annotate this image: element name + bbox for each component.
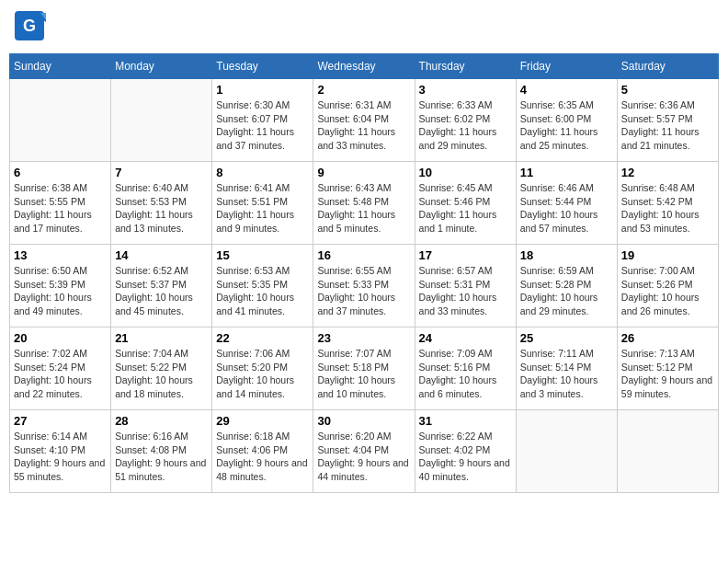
day-number: 26 bbox=[621, 331, 714, 345]
day-number: 25 bbox=[520, 331, 613, 345]
day-number: 22 bbox=[216, 331, 309, 345]
day-number: 29 bbox=[216, 414, 309, 428]
day-number: 1 bbox=[216, 83, 309, 97]
day-info: Sunrise: 7:04 AM Sunset: 5:22 PM Dayligh… bbox=[115, 347, 208, 401]
day-info: Sunrise: 7:11 AM Sunset: 5:14 PM Dayligh… bbox=[520, 347, 613, 401]
weekday-header-saturday: Saturday bbox=[617, 54, 718, 79]
day-number: 10 bbox=[419, 166, 512, 179]
day-info: Sunrise: 6:46 AM Sunset: 5:44 PM Dayligh… bbox=[520, 181, 613, 236]
day-info: Sunrise: 6:50 AM Sunset: 5:39 PM Dayligh… bbox=[14, 264, 107, 318]
calendar-cell: 22Sunrise: 7:06 AM Sunset: 5:20 PM Dayli… bbox=[212, 327, 313, 410]
day-info: Sunrise: 6:36 AM Sunset: 5:57 PM Dayligh… bbox=[621, 98, 714, 153]
calendar-cell: 16Sunrise: 6:55 AM Sunset: 5:33 PM Dayli… bbox=[313, 245, 415, 327]
svg-text:G: G bbox=[23, 17, 36, 35]
day-number: 17 bbox=[419, 248, 512, 262]
day-info: Sunrise: 6:18 AM Sunset: 4:06 PM Dayligh… bbox=[216, 430, 309, 484]
day-number: 30 bbox=[317, 414, 410, 428]
day-number: 15 bbox=[216, 248, 309, 262]
calendar-cell: 4Sunrise: 6:35 AM Sunset: 6:00 PM Daylig… bbox=[516, 79, 617, 162]
day-info: Sunrise: 7:00 AM Sunset: 5:26 PM Dayligh… bbox=[621, 264, 714, 318]
calendar-cell: 14Sunrise: 6:52 AM Sunset: 5:37 PM Dayli… bbox=[111, 245, 212, 327]
day-number: 21 bbox=[115, 331, 208, 345]
weekday-header-wednesday: Wednesday bbox=[313, 54, 415, 79]
day-number: 19 bbox=[621, 248, 714, 262]
day-number: 2 bbox=[317, 83, 410, 97]
day-number: 31 bbox=[419, 414, 512, 428]
calendar-cell: 30Sunrise: 6:20 AM Sunset: 4:04 PM Dayli… bbox=[313, 410, 415, 493]
calendar-cell: 6Sunrise: 6:38 AM Sunset: 5:55 PM Daylig… bbox=[10, 162, 111, 245]
day-info: Sunrise: 6:55 AM Sunset: 5:33 PM Dayligh… bbox=[317, 264, 410, 318]
calendar-cell: 8Sunrise: 6:41 AM Sunset: 5:51 PM Daylig… bbox=[212, 162, 313, 245]
calendar-cell: 25Sunrise: 7:11 AM Sunset: 5:14 PM Dayli… bbox=[516, 327, 617, 410]
day-info: Sunrise: 6:38 AM Sunset: 5:55 PM Dayligh… bbox=[14, 181, 107, 236]
day-info: Sunrise: 6:41 AM Sunset: 5:51 PM Dayligh… bbox=[216, 181, 309, 236]
calendar-cell: 31Sunrise: 6:22 AM Sunset: 4:02 PM Dayli… bbox=[415, 410, 516, 493]
calendar-cell: 7Sunrise: 6:40 AM Sunset: 5:53 PM Daylig… bbox=[111, 162, 212, 245]
calendar-cell: 3Sunrise: 6:33 AM Sunset: 6:02 PM Daylig… bbox=[415, 79, 516, 162]
day-number: 27 bbox=[14, 414, 107, 428]
calendar-cell: 24Sunrise: 7:09 AM Sunset: 5:16 PM Dayli… bbox=[415, 327, 516, 410]
calendar-week-5: 27Sunrise: 6:14 AM Sunset: 4:10 PM Dayli… bbox=[10, 410, 719, 493]
calendar-cell: 5Sunrise: 6:36 AM Sunset: 5:57 PM Daylig… bbox=[617, 79, 718, 162]
day-number: 18 bbox=[520, 248, 613, 262]
weekday-header-monday: Monday bbox=[111, 54, 212, 79]
calendar-cell: 27Sunrise: 6:14 AM Sunset: 4:10 PM Dayli… bbox=[10, 410, 111, 493]
day-number: 11 bbox=[520, 166, 613, 179]
day-info: Sunrise: 6:33 AM Sunset: 6:02 PM Dayligh… bbox=[419, 98, 512, 153]
day-number: 4 bbox=[520, 83, 613, 97]
calendar-week-3: 13Sunrise: 6:50 AM Sunset: 5:39 PM Dayli… bbox=[10, 245, 719, 327]
day-number: 12 bbox=[621, 166, 714, 179]
calendar-cell: 10Sunrise: 6:45 AM Sunset: 5:46 PM Dayli… bbox=[415, 162, 516, 245]
day-info: Sunrise: 6:22 AM Sunset: 4:02 PM Dayligh… bbox=[419, 430, 512, 484]
day-number: 23 bbox=[317, 331, 410, 345]
day-info: Sunrise: 6:53 AM Sunset: 5:35 PM Dayligh… bbox=[216, 264, 309, 318]
calendar-cell: 2Sunrise: 6:31 AM Sunset: 6:04 PM Daylig… bbox=[313, 79, 415, 162]
day-number: 16 bbox=[317, 248, 410, 262]
day-number: 28 bbox=[115, 414, 208, 428]
day-number: 8 bbox=[216, 166, 309, 179]
calendar-cell: 28Sunrise: 6:16 AM Sunset: 4:08 PM Dayli… bbox=[111, 410, 212, 493]
day-info: Sunrise: 6:43 AM Sunset: 5:48 PM Dayligh… bbox=[317, 181, 410, 236]
calendar-cell bbox=[617, 410, 718, 493]
logo: G bbox=[13, 9, 50, 46]
calendar-cell bbox=[111, 79, 212, 162]
day-info: Sunrise: 7:13 AM Sunset: 5:12 PM Dayligh… bbox=[621, 347, 714, 401]
calendar-cell bbox=[10, 79, 111, 162]
day-info: Sunrise: 7:07 AM Sunset: 5:18 PM Dayligh… bbox=[317, 347, 410, 401]
day-number: 20 bbox=[14, 331, 107, 345]
page-header: G bbox=[9, 9, 719, 46]
day-info: Sunrise: 6:16 AM Sunset: 4:08 PM Dayligh… bbox=[115, 430, 208, 484]
day-info: Sunrise: 6:59 AM Sunset: 5:28 PM Dayligh… bbox=[520, 264, 613, 318]
day-number: 7 bbox=[115, 166, 208, 179]
weekday-header-sunday: Sunday bbox=[10, 54, 111, 79]
logo-icon: G bbox=[13, 9, 46, 46]
calendar-cell: 15Sunrise: 6:53 AM Sunset: 5:35 PM Dayli… bbox=[212, 245, 313, 327]
day-number: 3 bbox=[419, 83, 512, 97]
calendar-cell: 11Sunrise: 6:46 AM Sunset: 5:44 PM Dayli… bbox=[516, 162, 617, 245]
calendar-cell: 17Sunrise: 6:57 AM Sunset: 5:31 PM Dayli… bbox=[415, 245, 516, 327]
day-info: Sunrise: 6:31 AM Sunset: 6:04 PM Dayligh… bbox=[317, 98, 410, 153]
calendar-header-row: SundayMondayTuesdayWednesdayThursdayFrid… bbox=[10, 54, 719, 79]
weekday-header-thursday: Thursday bbox=[415, 54, 516, 79]
day-number: 6 bbox=[14, 166, 107, 179]
calendar-cell: 29Sunrise: 6:18 AM Sunset: 4:06 PM Dayli… bbox=[212, 410, 313, 493]
day-info: Sunrise: 7:06 AM Sunset: 5:20 PM Dayligh… bbox=[216, 347, 309, 401]
day-number: 9 bbox=[317, 166, 410, 179]
day-info: Sunrise: 6:40 AM Sunset: 5:53 PM Dayligh… bbox=[115, 181, 208, 236]
day-info: Sunrise: 6:35 AM Sunset: 6:00 PM Dayligh… bbox=[520, 98, 613, 153]
day-number: 13 bbox=[14, 248, 107, 262]
day-info: Sunrise: 6:48 AM Sunset: 5:42 PM Dayligh… bbox=[621, 181, 714, 236]
day-info: Sunrise: 6:52 AM Sunset: 5:37 PM Dayligh… bbox=[115, 264, 208, 318]
calendar-cell bbox=[516, 410, 617, 493]
calendar-cell: 1Sunrise: 6:30 AM Sunset: 6:07 PM Daylig… bbox=[212, 79, 313, 162]
day-number: 5 bbox=[621, 83, 714, 97]
day-info: Sunrise: 6:30 AM Sunset: 6:07 PM Dayligh… bbox=[216, 98, 309, 153]
calendar-cell: 9Sunrise: 6:43 AM Sunset: 5:48 PM Daylig… bbox=[313, 162, 415, 245]
calendar-cell: 26Sunrise: 7:13 AM Sunset: 5:12 PM Dayli… bbox=[617, 327, 718, 410]
day-info: Sunrise: 6:45 AM Sunset: 5:46 PM Dayligh… bbox=[419, 181, 512, 236]
day-info: Sunrise: 6:57 AM Sunset: 5:31 PM Dayligh… bbox=[419, 264, 512, 318]
calendar-table: SundayMondayTuesdayWednesdayThursdayFrid… bbox=[9, 53, 719, 493]
weekday-header-tuesday: Tuesday bbox=[212, 54, 313, 79]
calendar-cell: 19Sunrise: 7:00 AM Sunset: 5:26 PM Dayli… bbox=[617, 245, 718, 327]
calendar-week-2: 6Sunrise: 6:38 AM Sunset: 5:55 PM Daylig… bbox=[10, 162, 719, 245]
